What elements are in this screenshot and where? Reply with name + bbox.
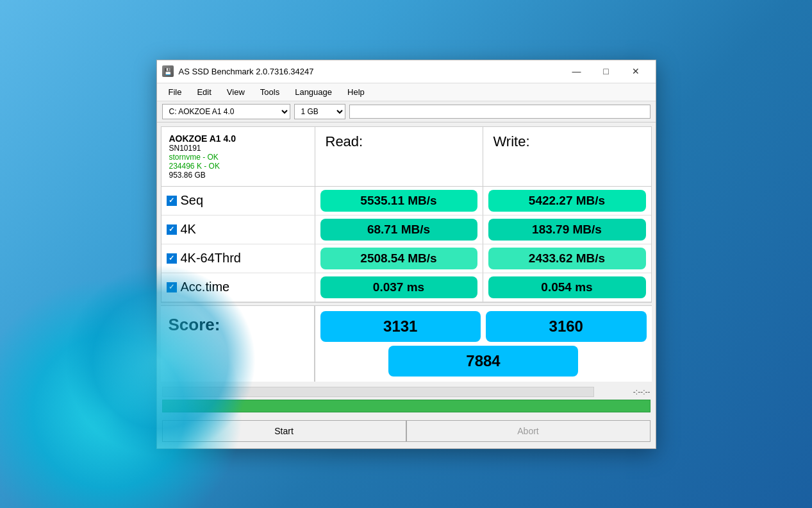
drive-size: 953.86 GB (169, 171, 307, 180)
drive-info-panel: AOKZOE A1 4.0 SN10191 stornvme - OK 2344… (162, 127, 315, 187)
4k64-label: 4K-64Thrd (162, 244, 315, 273)
progress-green-bar (162, 400, 650, 412)
4k-write-cell: 183.79 MB/s (483, 216, 651, 244)
read-header: Read: (315, 127, 483, 187)
seq-write-value: 5422.27 MB/s (488, 190, 646, 212)
4k64-read-value: 2508.54 MB/s (320, 248, 477, 269)
menu-language[interactable]: Language (288, 85, 338, 99)
seq-label: Seq (162, 187, 315, 216)
title-bar: 💾 AS SSD Benchmark 2.0.7316.34247 — □ ✕ (157, 60, 656, 83)
progress-area: -:--:-- (161, 384, 652, 415)
4k-read-value: 68.71 MB/s (320, 219, 477, 241)
abort-button[interactable]: Abort (406, 420, 650, 442)
score-values: 3131 3160 7884 (315, 306, 652, 382)
drive-status2: 234496 K - OK (169, 162, 307, 171)
score-top-row: 3131 3160 (320, 311, 647, 342)
toolbar: C: AOKZOE A1 4.0 1 GB (157, 101, 656, 123)
menu-edit[interactable]: Edit (190, 85, 217, 99)
score-total: 7884 (388, 346, 577, 377)
score-write: 3160 (486, 311, 647, 342)
button-row: Start Abort (161, 418, 652, 444)
acctime-write-value: 0.054 ms (488, 276, 646, 298)
close-button[interactable]: ✕ (621, 60, 650, 83)
results-grid: AOKZOE A1 4.0 SN10191 stornvme - OK 2344… (161, 126, 652, 303)
menu-help[interactable]: Help (341, 85, 371, 99)
window-title: AS SSD Benchmark 2.0.7316.34247 (179, 67, 562, 76)
progress-row: -:--:-- (162, 387, 650, 397)
score-read: 3131 (320, 311, 481, 342)
drive-name: AOKZOE A1 4.0 (169, 133, 307, 144)
seq-read-cell: 5535.11 MB/s (315, 187, 483, 216)
acctime-label: Acc.time (162, 273, 315, 302)
minimize-button[interactable]: — (562, 60, 592, 83)
seq-read-value: 5535.11 MB/s (320, 190, 477, 212)
4k64-write-cell: 2433.62 MB/s (483, 244, 651, 273)
4k64-write-value: 2433.62 MB/s (488, 248, 646, 269)
4k-write-value: 183.79 MB/s (488, 219, 646, 241)
toolbar-input[interactable] (349, 105, 650, 119)
progress-timer: -:--:-- (599, 387, 650, 396)
main-window: 💾 AS SSD Benchmark 2.0.7316.34247 — □ ✕ … (156, 60, 656, 449)
size-select[interactable]: 1 GB (294, 104, 345, 119)
4k-read-cell: 68.71 MB/s (315, 216, 483, 244)
start-button[interactable]: Start (162, 420, 406, 442)
seq-checkbox[interactable] (167, 196, 177, 206)
drive-status1: stornvme - OK (169, 153, 307, 162)
window-controls: — □ ✕ (562, 60, 650, 83)
4k-label: 4K (162, 216, 315, 244)
acctime-write-cell: 0.054 ms (483, 273, 651, 302)
app-icon: 💾 (162, 65, 174, 77)
menu-view[interactable]: View (220, 85, 251, 99)
drive-serial: SN10191 (169, 144, 307, 153)
4k-checkbox[interactable] (167, 224, 177, 235)
4k64-read-cell: 2508.54 MB/s (315, 244, 483, 273)
drive-select[interactable]: C: AOKZOE A1 4.0 (162, 104, 290, 119)
maximize-button[interactable]: □ (592, 60, 621, 83)
menu-tools[interactable]: Tools (254, 85, 286, 99)
seq-write-cell: 5422.27 MB/s (483, 187, 651, 216)
progress-bar-background (162, 387, 594, 397)
score-section: Score: 3131 3160 7884 (161, 305, 652, 382)
acctime-checkbox[interactable] (167, 282, 177, 292)
menu-bar: File Edit View Tools Language Help (157, 83, 656, 101)
score-label: Score: (161, 306, 315, 382)
menu-file[interactable]: File (162, 85, 188, 99)
main-content: AOKZOE A1 4.0 SN10191 stornvme - OK 2344… (157, 123, 656, 448)
acctime-read-cell: 0.037 ms (315, 273, 483, 302)
4k64-checkbox[interactable] (167, 253, 177, 264)
acctime-read-value: 0.037 ms (320, 276, 477, 298)
write-header: Write: (483, 127, 651, 187)
